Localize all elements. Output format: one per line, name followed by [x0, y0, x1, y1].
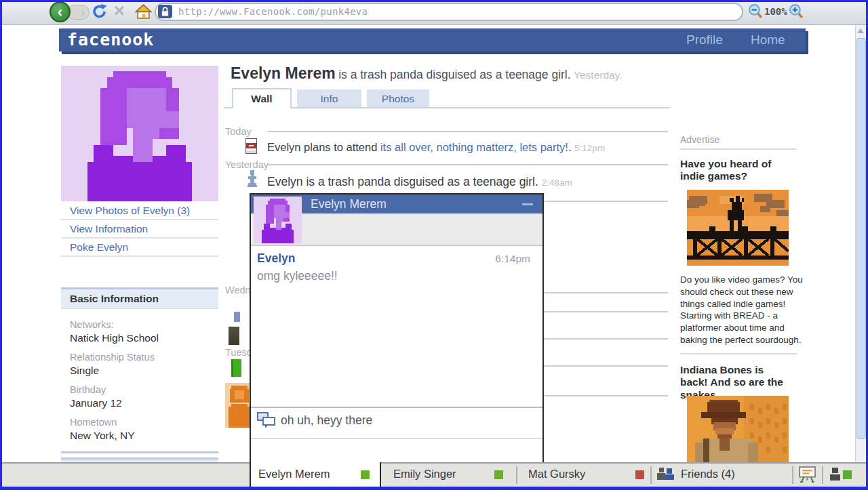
- basic-information-box: Basic Information Networks: Natick High …: [61, 287, 218, 453]
- info-field-label: Birthday: [70, 384, 210, 395]
- ad-body-text: Do you like video games? You should chec…: [680, 274, 806, 346]
- profile-name: Evelyn Merem: [231, 64, 336, 82]
- ad-heading: Have you heard of indie games?: [680, 158, 794, 183]
- clipped-post-icon: [231, 359, 241, 377]
- post-text: Evelyn is a trash panda disguised as a t…: [267, 175, 542, 188]
- post-text: .: [568, 141, 574, 153]
- sidebar-link-view-photos[interactable]: View Photos of Evelyn (3): [61, 203, 218, 220]
- window-border: [0, 0, 2, 490]
- window-border: [0, 0, 868, 2]
- home-icon[interactable]: [135, 4, 152, 22]
- taskbar-separator: [650, 466, 652, 484]
- clipped-post-icon: [229, 327, 239, 345]
- nav-home-link[interactable]: Home: [751, 33, 785, 47]
- post-time: 2:48am: [542, 178, 572, 188]
- chat-bubbles-icon: [257, 412, 276, 431]
- back-button[interactable]: ‹: [50, 1, 71, 22]
- post-time: 5:12pm: [574, 143, 605, 153]
- wall-post-event: Evelyn plans to attend its all over, not…: [267, 141, 605, 154]
- facenook-logo: facenook: [67, 30, 154, 49]
- minimize-icon[interactable]: [522, 203, 533, 205]
- status-dot-online: [843, 470, 852, 479]
- refresh-icon[interactable]: [92, 3, 108, 22]
- status-statue-icon: [247, 170, 258, 192]
- info-field-label: Hometown: [70, 417, 210, 428]
- buddy-list-icon[interactable]: [828, 467, 842, 484]
- sidebar-link-label: Poke Evelyn: [70, 241, 128, 253]
- chat-input-divider: [251, 407, 542, 408]
- clipped-post-icon: [234, 312, 240, 322]
- feed-divider: [268, 131, 668, 132]
- taskbar-separator: [516, 466, 517, 484]
- basic-information-title: Basic Information: [61, 289, 218, 309]
- facenook-header-bar: facenook Profile Home: [59, 28, 806, 52]
- info-field-label: Networks:: [70, 319, 210, 330]
- sidebar-link-label: View Photos of Evelyn (3): [70, 205, 190, 216]
- friends-icon: [657, 467, 676, 483]
- ad-image-bread-platformer[interactable]: [687, 190, 789, 268]
- profile-status-time: Yesterday.: [574, 69, 623, 81]
- taskbar-separator: [822, 466, 823, 484]
- nav-profile-link[interactable]: Profile: [686, 33, 723, 47]
- chat-avatar: [254, 197, 302, 243]
- sidebar-link-label: View Information: [70, 223, 148, 234]
- window-border: [0, 487, 868, 490]
- tab-info[interactable]: Info: [297, 89, 361, 108]
- profile-avatar: [61, 66, 218, 201]
- tab-photos[interactable]: Photos: [367, 89, 429, 108]
- day-label-yesterday: Yesterday: [225, 159, 269, 170]
- stop-icon[interactable]: ×: [114, 1, 125, 22]
- sidebar-link-view-information[interactable]: View Information: [61, 221, 218, 239]
- zoom-out-icon[interactable]: [748, 3, 764, 22]
- chat-window: Evelyn Merem Evelyn 6:14pm omg kyleeeee!…: [250, 193, 544, 462]
- chat-tab-label[interactable]: Evelyn Merem: [258, 468, 330, 481]
- buddy-tab-emily[interactable]: Emily Singer: [393, 468, 456, 481]
- message-time: 6:14pm: [495, 253, 530, 265]
- calendar-event-icon: [245, 138, 257, 157]
- tab-wall[interactable]: Wall: [232, 88, 292, 108]
- sidebar-link-poke[interactable]: Poke Evelyn: [61, 239, 218, 257]
- info-field-value: Natick High School: [70, 332, 210, 344]
- zoom-level: 100%: [764, 6, 787, 17]
- event-link[interactable]: its all over, nothing matterz, lets part…: [380, 141, 568, 153]
- info-field-value: January 12: [70, 397, 210, 409]
- wall-post-status: Evelyn is a trash panda disguised as a t…: [267, 175, 572, 189]
- url-text: http://www.Facenook.com/punk4eva: [178, 6, 368, 17]
- message-text: omg kyleeeee!!: [257, 269, 338, 283]
- buddy-tab-mat[interactable]: Mat Gursky: [528, 468, 585, 481]
- lock-favicon-icon: [158, 5, 172, 18]
- ad-image-indiana-bones[interactable]: [687, 396, 789, 466]
- info-field-value: Single: [70, 365, 210, 377]
- profile-status-text: is a trash panda disguised as a teenage …: [338, 68, 570, 81]
- browser-toolbar: › ‹ × http://www.Facenook.com/punk4eva: [0, 0, 868, 25]
- billboard-icon[interactable]: [798, 465, 816, 486]
- message-sender: Evelyn: [257, 251, 295, 266]
- taskbar-separator: [792, 466, 793, 484]
- ad-divider: [680, 353, 797, 354]
- page-title: Evelyn Merem is a trash panda disguised …: [231, 64, 623, 83]
- status-dot-online: [361, 470, 370, 479]
- game-screen: View Photos of Evelyn (3) View Informati…: [0, 0, 868, 490]
- ad-divider: [680, 148, 797, 150]
- post-text: Evelyn plans to attend: [267, 141, 380, 153]
- chat-title: Evelyn Merem: [311, 197, 387, 211]
- day-label-today: Today: [225, 126, 252, 137]
- zoom-in-icon[interactable]: [789, 3, 804, 22]
- scrollbar-up-arrow-icon[interactable]: [857, 28, 864, 33]
- status-dot-busy: [635, 470, 644, 479]
- info-field-value: New York, NY: [70, 430, 210, 442]
- friends-tab[interactable]: Friends (4): [681, 468, 735, 481]
- status-dot-online: [494, 470, 503, 479]
- chat-input[interactable]: oh uh, heyy there: [281, 413, 372, 428]
- chat-bottom-divider: [251, 438, 542, 439]
- info-field-label: Relationship Status: [70, 352, 210, 363]
- scrollbar-thumb[interactable]: [856, 38, 866, 439]
- advertise-section-title: Advertise: [680, 134, 719, 145]
- feed-divider: [268, 164, 668, 165]
